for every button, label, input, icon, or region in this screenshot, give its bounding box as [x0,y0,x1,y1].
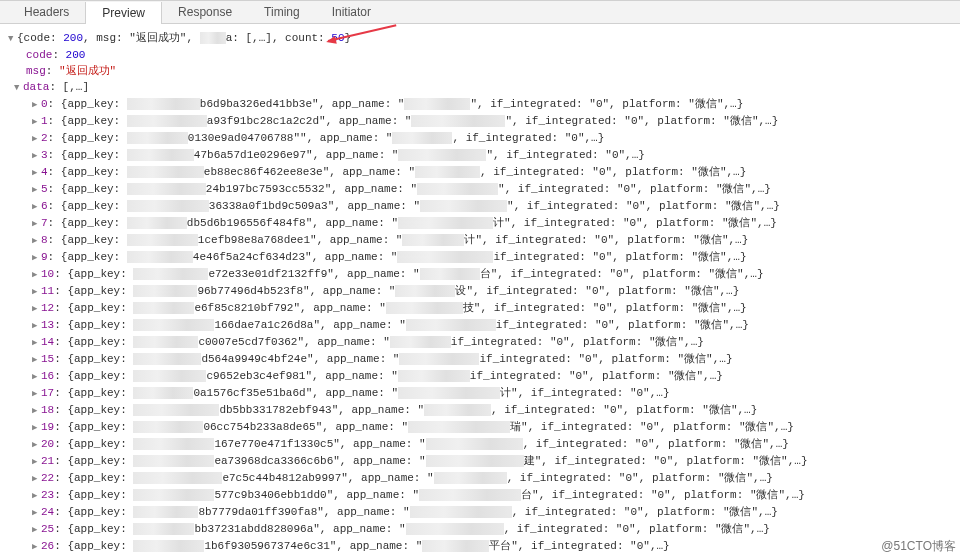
redacted [390,336,451,348]
array-item[interactable]: ▶25: {app_key: bb37231abdd828096a", app_… [4,521,960,538]
redacted [127,98,200,110]
array-item[interactable]: ▶1: {app_key: a93f91bc28c1a2c2d", app_na… [4,113,960,130]
caret-right-icon[interactable]: ▶ [32,386,40,402]
redacted [133,421,203,433]
array-item[interactable]: ▶20: {app_key: 167e770e471f1330c5", app_… [4,436,960,453]
redacted [133,387,193,399]
caret-right-icon[interactable]: ▶ [32,199,40,215]
caret-right-icon[interactable]: ▶ [32,301,40,317]
redacted [420,200,507,212]
array-item[interactable]: ▶11: {app_key: 96b77496d4b523f8", app_na… [4,283,960,300]
caret-right-icon[interactable]: ▶ [32,352,40,368]
data-row[interactable]: ▼data: [,…] [4,79,960,96]
redacted [406,319,496,331]
caret-right-icon[interactable]: ▶ [32,369,40,385]
redacted [133,438,214,450]
array-item[interactable]: ▶24: {app_key: 8b7779da01ff390fa8", app_… [4,504,960,521]
redacted [127,149,194,161]
redacted [127,234,198,246]
array-item[interactable]: ▶7: {app_key: db5d6b196556f484f8", app_n… [4,215,960,232]
caret-down-icon[interactable]: ▼ [8,31,16,47]
redacted [127,217,187,229]
array-item[interactable]: ▶19: {app_key: 06cc754b233a8de65", app_n… [4,419,960,436]
array-item[interactable]: ▶22: {app_key: e7c5c44b4812ab9997", app_… [4,470,960,487]
redacted [133,540,204,552]
caret-right-icon[interactable]: ▶ [32,97,40,113]
caret-right-icon[interactable]: ▶ [32,284,40,300]
caret-right-icon[interactable]: ▶ [32,250,40,266]
caret-right-icon[interactable]: ▶ [32,522,40,538]
devtools-tabs: HeadersPreviewResponseTimingInitiator [0,0,960,24]
array-item[interactable]: ▶16: {app_key: c9652eb3c4ef981", app_nam… [4,368,960,385]
caret-right-icon[interactable]: ▶ [32,148,40,164]
caret-right-icon[interactable]: ▶ [32,454,40,470]
caret-right-icon[interactable]: ▶ [32,539,40,555]
caret-right-icon[interactable]: ▶ [32,216,40,232]
caret-down-icon[interactable]: ▼ [14,80,22,96]
redacted [133,472,222,484]
redacted [434,472,507,484]
caret-right-icon[interactable]: ▶ [32,233,40,249]
caret-right-icon[interactable]: ▶ [32,318,40,334]
tab-response[interactable]: Response [162,1,248,23]
caret-right-icon[interactable]: ▶ [32,182,40,198]
summary-row[interactable]: ▼{code: 200, msg: "返回成功", a: [,…], count… [4,30,960,47]
caret-right-icon[interactable]: ▶ [32,488,40,504]
redacted [127,132,188,144]
array-item[interactable]: ▶5: {app_key: 24b197bc7593cc5532", app_n… [4,181,960,198]
caret-right-icon[interactable]: ▶ [32,437,40,453]
redacted [133,370,206,382]
redacted [133,336,198,348]
array-item[interactable]: ▶15: {app_key: d564a9949c4bf24e", app_na… [4,351,960,368]
array-item[interactable]: ▶10: {app_key: e72e33e01df2132ff9", app_… [4,266,960,283]
caret-right-icon[interactable]: ▶ [32,420,40,436]
array-item[interactable]: ▶6: {app_key: 36338a0f1bd9c509a3", app_n… [4,198,960,215]
redacted [127,251,193,263]
redacted [133,523,194,535]
array-item[interactable]: ▶26: {app_key: 1b6f9305967374e6c31", app… [4,538,960,555]
caret-right-icon[interactable]: ▶ [32,471,40,487]
redacted [133,319,214,331]
caret-right-icon[interactable]: ▶ [32,114,40,130]
redacted [127,115,207,127]
array-item[interactable]: ▶4: {app_key: eb88ec86f462ee8e3e", app_n… [4,164,960,181]
redacted [127,183,206,195]
redacted [404,98,470,110]
redacted [395,285,455,297]
array-item[interactable]: ▶2: {app_key: 0130e9ad04706788"", app_na… [4,130,960,147]
redacted [426,438,523,450]
redacted [398,149,486,161]
data-array: ▶0: {app_key: b6d9ba326ed41bb3e", app_na… [4,96,960,557]
redacted [398,217,493,229]
tab-headers[interactable]: Headers [8,1,85,23]
array-item[interactable]: ▶23: {app_key: 577c9b3406ebb1dd0", app_n… [4,487,960,504]
tab-initiator[interactable]: Initiator [316,1,387,23]
redacted [408,421,510,433]
array-item[interactable]: ▶12: {app_key: e6f85c8210bf792", app_nam… [4,300,960,317]
redacted [133,455,214,467]
redacted [420,268,480,280]
caret-right-icon[interactable]: ▶ [32,131,40,147]
array-item[interactable]: ▶13: {app_key: 166dae7a1c26d8a", app_nam… [4,317,960,334]
array-item[interactable]: ▶21: {app_key: ea73968dca3366c6b6", app_… [4,453,960,470]
redacted [133,268,208,280]
array-item[interactable]: ▶0: {app_key: b6d9ba326ed41bb3e", app_na… [4,96,960,113]
redacted [406,523,504,535]
tab-preview[interactable]: Preview [85,2,162,24]
preview-panel: ▼{code: 200, msg: "返回成功", a: [,…], count… [0,24,960,557]
caret-right-icon[interactable]: ▶ [32,165,40,181]
caret-right-icon[interactable]: ▶ [32,403,40,419]
caret-right-icon[interactable]: ▶ [32,335,40,351]
array-item[interactable]: ▶9: {app_key: 4e46f5a24cf634d23", app_na… [4,249,960,266]
redacted [133,353,201,365]
array-item[interactable]: ▶8: {app_key: 1cefb98e8a768dee1", app_na… [4,232,960,249]
redacted [410,506,512,518]
array-item[interactable]: ▶14: {app_key: c0007e5cd7f0362", app_nam… [4,334,960,351]
array-item[interactable]: ▶17: {app_key: 0a1576cf35e51ba6d", app_n… [4,385,960,402]
tab-timing[interactable]: Timing [248,1,316,23]
redacted [397,251,493,263]
caret-right-icon[interactable]: ▶ [32,267,40,283]
array-item[interactable]: ▶18: {app_key: db5bb331782ebf943", app_n… [4,402,960,419]
array-item[interactable]: ▶3: {app_key: 47b6a57d1e0296e97", app_na… [4,147,960,164]
caret-right-icon[interactable]: ▶ [32,505,40,521]
